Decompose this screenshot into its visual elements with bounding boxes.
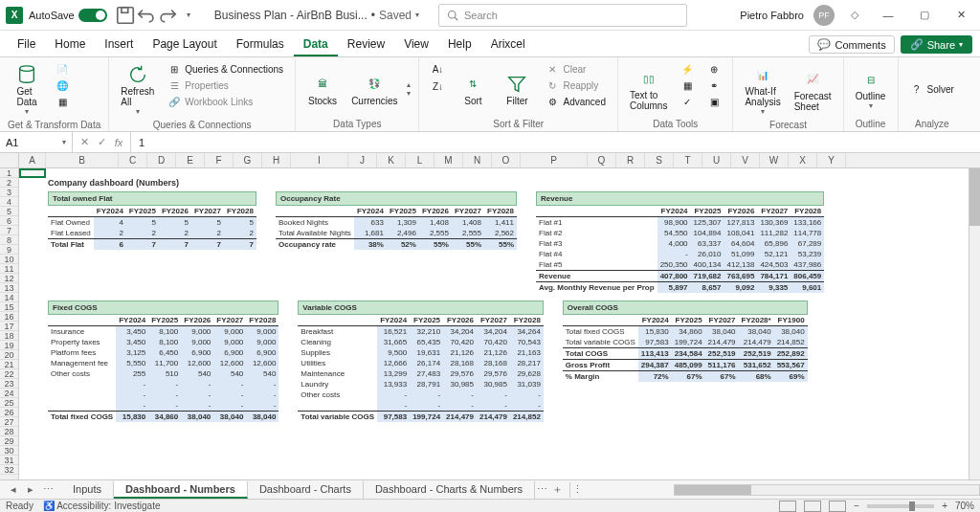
tab-home[interactable]: Home [45, 33, 95, 56]
stocks-button[interactable]: 🏛Stocks [303, 61, 342, 117]
row-header[interactable]: 9 [0, 245, 18, 255]
data-model-button[interactable]: ▣ [703, 94, 724, 109]
row-header[interactable]: 27 [0, 417, 18, 427]
from-web-button[interactable]: 🌐 [52, 78, 73, 93]
close-button[interactable]: ✕ [947, 2, 974, 29]
col-header[interactable]: W [760, 153, 789, 167]
currencies-button[interactable]: 💱Currencies [347, 61, 401, 117]
row-header[interactable]: 23 [0, 379, 18, 389]
sort-az-button[interactable]: A↓ [427, 61, 448, 77]
from-table-button[interactable]: ▦ [52, 94, 73, 109]
add-sheet-button[interactable]: ＋ [550, 482, 566, 498]
redo-icon[interactable] [157, 5, 178, 26]
row-header[interactable]: 21 [0, 360, 18, 369]
qat-dropdown-icon[interactable]: ▾ [178, 5, 199, 26]
sort-za-button[interactable]: Z↓ [427, 78, 448, 94]
col-header[interactable]: Q [588, 153, 616, 167]
page-layout-view-button[interactable] [804, 501, 821, 512]
sheet-tab[interactable]: Dashboard - Numbers [114, 481, 248, 499]
row-header[interactable]: 25 [0, 398, 18, 408]
row-header[interactable]: 32 [0, 465, 18, 475]
select-all-corner[interactable] [0, 153, 19, 167]
queries-connections-button[interactable]: ⊞Queries & Connections [164, 61, 287, 77]
col-header[interactable]: D [147, 153, 176, 167]
save-icon[interactable] [115, 5, 136, 26]
row-headers[interactable]: 1234567891011121314151617181920212223242… [0, 168, 19, 483]
row-header[interactable]: 19 [0, 341, 18, 350]
row-header[interactable]: 11 [0, 264, 18, 274]
tab-page-layout[interactable]: Page Layout [143, 33, 226, 56]
row-header[interactable]: 20 [0, 350, 18, 360]
sheet-next-icon[interactable]: ▸ [23, 482, 38, 498]
zoom-out-button[interactable]: − [854, 501, 859, 511]
tab-file[interactable]: File [8, 33, 45, 56]
col-header[interactable]: S [645, 153, 674, 167]
col-header[interactable]: T [674, 153, 702, 167]
row-header[interactable]: 7 [0, 226, 18, 235]
row-header[interactable]: 30 [0, 446, 18, 456]
tab-arixcel[interactable]: Arixcel [481, 33, 535, 56]
row-header[interactable]: 5 [0, 207, 18, 216]
comments-button[interactable]: 💬 Comments [809, 35, 894, 54]
col-header[interactable]: B [46, 153, 119, 167]
col-header[interactable]: A [19, 153, 46, 167]
horizontal-scrollbar[interactable] [674, 484, 980, 496]
row-header[interactable]: 22 [0, 369, 18, 379]
col-header[interactable]: O [492, 153, 521, 167]
col-header[interactable]: F [205, 153, 234, 167]
col-header[interactable]: V [731, 153, 760, 167]
col-header[interactable]: G [234, 153, 262, 167]
formula-input[interactable]: 1 [131, 137, 152, 148]
tab-splitter[interactable]: ⋮ [569, 482, 585, 498]
enter-icon[interactable]: ✓ [94, 135, 109, 150]
avatar[interactable]: PF [813, 5, 835, 26]
col-header[interactable]: P [521, 153, 588, 167]
accessibility-status[interactable]: ♿ Accessibility: Investigate [43, 501, 161, 511]
data-validation-button[interactable]: ✓ [677, 94, 698, 109]
zoom-in-button[interactable]: + [942, 501, 947, 511]
tab-help[interactable]: Help [438, 33, 481, 56]
col-header[interactable]: R [616, 153, 645, 167]
zoom-level[interactable]: 70% [955, 501, 974, 511]
col-header[interactable]: E [176, 153, 205, 167]
fx-icon[interactable]: fx [111, 135, 126, 150]
row-header[interactable]: 24 [0, 389, 18, 398]
col-header[interactable]: M [434, 153, 463, 167]
outline-button[interactable]: ⊟Outline▾ [852, 61, 890, 117]
col-header[interactable]: C [119, 153, 147, 167]
row-header[interactable]: 13 [0, 283, 18, 293]
col-header[interactable]: H [262, 153, 291, 167]
user-name[interactable]: Pietro Fabbro [740, 10, 804, 21]
row-header[interactable]: 1 [0, 168, 18, 178]
properties-button[interactable]: ☰Properties [164, 78, 287, 93]
solver-button[interactable]: ?Solver [906, 61, 958, 117]
minimize-button[interactable]: — [875, 2, 902, 29]
forecast-sheet-button[interactable]: 📈Forecast Sheet [791, 61, 835, 118]
row-header[interactable]: 17 [0, 322, 18, 331]
row-header[interactable]: 14 [0, 293, 18, 302]
row-header[interactable]: 4 [0, 197, 18, 207]
row-header[interactable]: 12 [0, 274, 18, 283]
consolidate-button[interactable]: ⊕ [703, 61, 724, 77]
col-header[interactable]: L [406, 153, 434, 167]
get-data-button[interactable]: Get Data▾ [8, 61, 46, 118]
text-to-columns-button[interactable]: ▯▯Text to Columns [626, 61, 671, 117]
datatype-scroll-down[interactable]: ▾ [407, 89, 411, 98]
tab-data[interactable]: Data [294, 33, 338, 56]
column-headers[interactable]: ABCDEFGHIJKLMNOPQRSTUVWXY [0, 153, 980, 168]
undo-icon[interactable] [136, 5, 157, 26]
row-header[interactable]: 31 [0, 456, 18, 465]
autosave-toggle[interactable]: AutoSave [29, 9, 107, 22]
flash-fill-button[interactable]: ⚡ [677, 61, 698, 77]
row-header[interactable]: 3 [0, 188, 18, 197]
row-header[interactable]: 6 [0, 216, 18, 226]
what-if-button[interactable]: 📊What-If Analysis▾ [741, 61, 784, 118]
col-header[interactable]: N [463, 153, 492, 167]
document-title[interactable]: Business Plan - AirBnB Busi... • Saved ▾ [214, 9, 419, 22]
advanced-button[interactable]: ⚙Advanced [542, 94, 609, 109]
row-header[interactable]: 2 [0, 178, 18, 188]
col-header[interactable]: Y [817, 153, 846, 167]
reapply-button[interactable]: ↻Reapply [542, 78, 609, 93]
tab-insert[interactable]: Insert [95, 33, 143, 56]
maximize-button[interactable]: ▢ [911, 2, 938, 29]
